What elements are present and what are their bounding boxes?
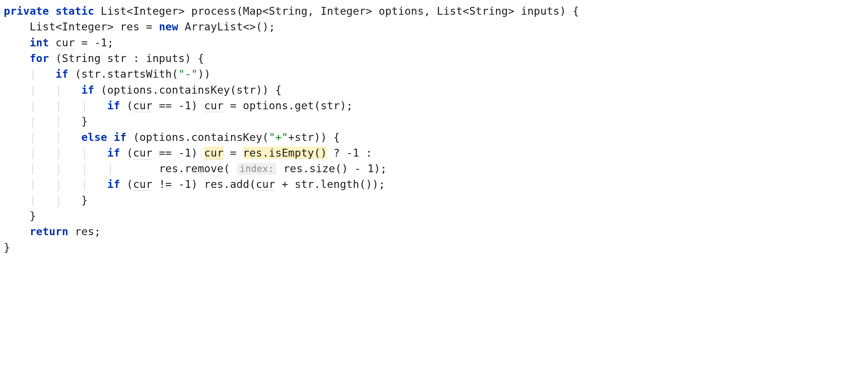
code-line: return res; <box>4 225 101 238</box>
keyword-if: if <box>55 68 68 80</box>
code-line: | | | if (cur == -1) cur = options.get(s… <box>4 99 353 112</box>
keyword-for: for <box>30 52 49 64</box>
method-name: process <box>191 5 237 17</box>
keyword-int: int <box>30 36 49 49</box>
var-str: str <box>107 52 127 64</box>
code-line: | | if (options.containsKey(str)) { <box>4 84 282 96</box>
code-line: List<Integer> res = new ArrayList<>(); <box>4 20 275 33</box>
code-line: } <box>4 209 36 222</box>
indent-guide: | <box>30 68 36 80</box>
keyword-else: else <box>81 131 107 143</box>
method-remove: remove <box>185 162 223 175</box>
string-literal: "-" <box>178 68 197 80</box>
code-line: } <box>4 241 10 254</box>
code-line: | | } <box>4 115 88 128</box>
method-length: length <box>320 178 359 190</box>
keyword-private: private <box>4 5 49 17</box>
method-get: get <box>294 99 314 112</box>
keyword-return: return <box>30 225 68 238</box>
code-line: | | else if (options.containsKey("+"+str… <box>4 131 340 143</box>
inlay-hint-index[interactable]: index: <box>237 163 276 175</box>
keyword-static: static <box>55 5 94 17</box>
code-line: private static List<Integer> process(Map… <box>4 5 579 17</box>
param-inputs: inputs <box>521 5 560 17</box>
code-line: | | | if (cur == -1) cur = res.isEmpty()… <box>4 146 372 160</box>
code-line: int cur = -1; <box>4 36 114 49</box>
var-cur: cur <box>55 36 75 49</box>
highlighted-isempty: res.isEmpty() <box>243 146 327 159</box>
highlighted-cur: cur <box>204 146 223 159</box>
code-line: | | | if (cur != -1) res.add(cur + str.l… <box>4 178 385 191</box>
keyword-new: new <box>159 20 178 33</box>
code-line: | if (str.startsWith("-")) <box>4 68 211 80</box>
method-add: add <box>230 178 250 190</box>
method-startswith: startsWith <box>107 68 172 80</box>
method-size: size <box>309 162 335 175</box>
code-editor[interactable]: private static List<Integer> process(Map… <box>0 0 868 258</box>
method-containskey: containsKey <box>159 84 230 96</box>
code-line: | | } <box>4 194 88 206</box>
code-line: for (String str : inputs) { <box>4 52 204 64</box>
param-options: options <box>379 5 424 17</box>
code-line: | | | | res.remove( index: res.size() - … <box>4 162 387 175</box>
type-list: List <box>101 5 127 17</box>
var-res: res <box>120 20 140 33</box>
method-isempty: isEmpty <box>269 146 314 159</box>
